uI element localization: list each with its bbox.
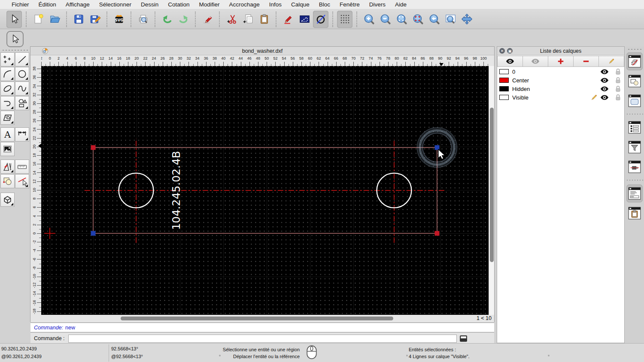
text-tool[interactable]: A <box>0 127 15 142</box>
select-entity-tool[interactable] <box>15 174 29 188</box>
layer-lock-icon[interactable] <box>615 77 621 84</box>
pointer-button[interactable] <box>6 11 22 28</box>
zoom-previous-button[interactable] <box>426 11 442 28</box>
selection-pointer-tool[interactable] <box>6 31 24 47</box>
polyline-tool[interactable] <box>0 96 15 110</box>
modify-layer-button[interactable] <box>599 56 624 67</box>
hide-all-button[interactable] <box>523 56 548 67</box>
modify-tool[interactable] <box>0 160 15 174</box>
layer-color-swatch[interactable] <box>499 86 509 91</box>
menu-affichage[interactable]: Affichage <box>61 1 94 8</box>
svg-text:A: A <box>4 130 11 140</box>
layer-visibility-icon[interactable] <box>600 78 609 83</box>
zoom-window-button[interactable] <box>443 11 458 28</box>
layer-color-swatch[interactable] <box>499 69 509 74</box>
points-tool[interactable] <box>0 52 15 66</box>
menu-modifier[interactable]: Modifier <box>194 1 224 8</box>
layer-visibility-icon[interactable] <box>600 86 609 92</box>
menu-selectionner[interactable]: Sélectionner <box>94 1 136 8</box>
layer-visibility-icon[interactable] <box>600 69 609 75</box>
menu-accrochage[interactable]: Accrochage <box>224 1 264 8</box>
dock-layers-button[interactable] <box>626 52 643 70</box>
solid-tool[interactable] <box>0 193 15 207</box>
ruler-label: 28 <box>30 108 39 116</box>
menu-calque[interactable]: Calque <box>286 1 314 8</box>
snap-grid-button[interactable] <box>337 11 352 28</box>
zoom-redraw-button[interactable] <box>410 11 425 28</box>
image-tool[interactable] <box>0 142 15 156</box>
menu-divers[interactable]: Divers <box>365 1 390 8</box>
svg-export-button[interactable]: SVG <box>111 11 127 28</box>
dock-library-button[interactable] <box>626 92 643 110</box>
draw-preview-button[interactable] <box>297 11 312 28</box>
dock-blocks-button[interactable] <box>626 72 643 90</box>
layer-lock-icon[interactable] <box>615 68 621 75</box>
ellipse-tool[interactable] <box>0 81 15 96</box>
horizontal-scrollbar[interactable]: 1 < 10 <box>30 315 494 322</box>
layer-lock-icon[interactable] <box>615 85 621 92</box>
spline-tool[interactable] <box>15 81 29 96</box>
menu-infos[interactable]: Infos <box>264 1 286 8</box>
pen-edit-button[interactable] <box>280 11 296 28</box>
zoom-in-button[interactable] <box>361 11 377 28</box>
detach-icon[interactable]: ▣ <box>507 48 513 54</box>
menu-dessin[interactable]: Dessin <box>136 1 163 8</box>
add-layer-button[interactable] <box>548 56 574 67</box>
layer-visibility-icon[interactable] <box>600 95 609 100</box>
dock-clipboard-button[interactable] <box>626 204 643 222</box>
zoom-out-button[interactable] <box>377 11 393 28</box>
undo-button[interactable] <box>159 11 175 28</box>
menu-fichier[interactable]: Fichier <box>7 1 34 8</box>
horizontal-scrollbar-thumb[interactable] <box>121 317 393 320</box>
circle-tool[interactable] <box>15 67 29 81</box>
dock-filter-button[interactable] <box>626 138 643 156</box>
dock-pen-button[interactable] <box>626 158 643 176</box>
layer-row-0[interactable]: 0 <box>497 67 624 76</box>
paste-button[interactable] <box>256 11 272 28</box>
menu-cotation[interactable]: Cotation <box>163 1 194 8</box>
show-all-button[interactable] <box>497 56 523 67</box>
layer-row-center[interactable]: Center <box>497 76 624 84</box>
copy-button[interactable] <box>240 11 255 28</box>
hatch-tool[interactable] <box>0 111 15 125</box>
zoom-auto-button[interactable] <box>394 11 409 28</box>
redo-button[interactable] <box>176 11 191 28</box>
layer-color-swatch[interactable] <box>499 95 509 100</box>
remove-layer-button[interactable] <box>574 56 599 67</box>
layer-row-visible[interactable]: Visible <box>497 93 624 102</box>
palette-drag-handle[interactable] <box>2 49 28 51</box>
polygon-tool[interactable] <box>15 96 29 110</box>
menu-aide[interactable]: Aide <box>390 1 411 8</box>
drawing-window-titlebar[interactable]: bond_washer.dxf <box>30 47 494 55</box>
arc-tool[interactable] <box>0 67 15 81</box>
menu-fenetre[interactable]: Fenêtre <box>335 1 365 8</box>
order-tool[interactable] <box>0 174 15 188</box>
dimension-tool[interactable] <box>15 127 29 142</box>
layer-row-hidden[interactable]: Hidden <box>497 84 624 93</box>
line-tool[interactable] <box>15 52 29 66</box>
ruler-label: 32 <box>30 90 39 99</box>
command-options-button[interactable] <box>459 335 468 342</box>
construction-circle-button[interactable] <box>313 11 328 28</box>
dock-drag-handle[interactable] <box>627 48 642 50</box>
delete-eraser-button[interactable] <box>200 11 215 28</box>
dock-lists-button[interactable] <box>626 118 643 136</box>
close-icon[interactable]: ✕ <box>499 48 505 54</box>
command-input[interactable] <box>68 335 457 343</box>
layer-color-swatch[interactable] <box>499 78 509 83</box>
layer-lock-icon[interactable] <box>615 94 621 101</box>
open-folder-button[interactable] <box>47 11 62 28</box>
vertical-scrollbar-thumb[interactable] <box>490 108 494 262</box>
new-file-button[interactable] <box>30 11 46 28</box>
save-as-button[interactable] <box>87 11 103 28</box>
menu-bloc[interactable]: Bloc <box>314 1 335 8</box>
dock-command-button[interactable] <box>626 184 643 202</box>
vertical-scrollbar[interactable] <box>489 66 494 315</box>
cut-button[interactable] <box>224 11 239 28</box>
print-preview-button[interactable] <box>135 11 151 28</box>
save-button[interactable] <box>71 11 86 28</box>
menu-edition[interactable]: Édition <box>34 1 61 8</box>
drawing-canvas[interactable]: 104.245.02.4B <box>41 66 489 315</box>
zoom-pan-button[interactable] <box>459 11 474 28</box>
measure-tool[interactable] <box>15 160 29 174</box>
